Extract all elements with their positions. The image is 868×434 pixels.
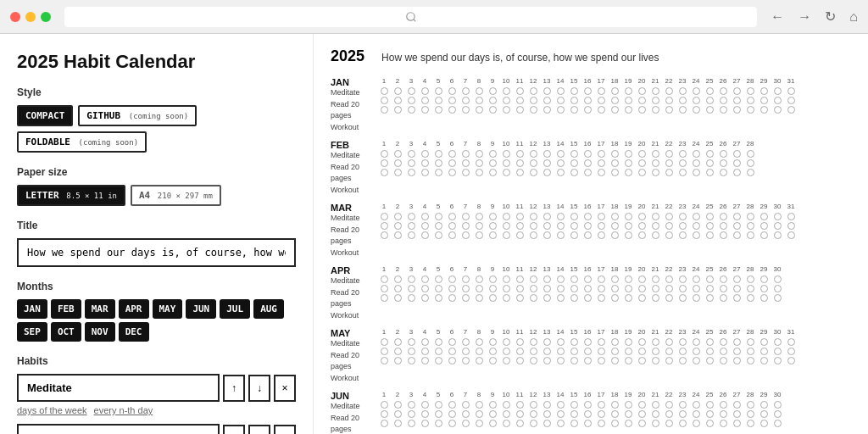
month-btn-feb[interactable]: FEB [51, 299, 81, 319]
circle [635, 284, 648, 292]
circle [459, 212, 472, 220]
habit-2-input[interactable] [17, 424, 220, 434]
minimize-button[interactable] [25, 12, 36, 22]
style-foldable-button[interactable]: FOLDABLE (coming soon) [17, 131, 147, 153]
circle [486, 221, 499, 230]
habit-1-nth-link[interactable]: every n-th day [94, 405, 153, 415]
circle [757, 356, 771, 364]
home-button[interactable]: ⌂ [849, 9, 858, 25]
title-input[interactable] [17, 238, 296, 267]
circle [648, 212, 662, 220]
circle [743, 86, 757, 95]
day-num: 7 [459, 265, 472, 273]
day-num: 8 [472, 77, 486, 85]
circle [648, 337, 662, 346]
day-num: 17 [594, 328, 608, 336]
circle [648, 347, 662, 355]
circle [377, 275, 391, 283]
day-num: 6 [445, 328, 459, 336]
forward-button[interactable]: → [798, 9, 811, 25]
circle [472, 96, 486, 104]
circle [635, 168, 648, 176]
month-btn-nov[interactable]: NOV [85, 322, 115, 342]
day-num: 24 [689, 77, 703, 85]
circle [716, 105, 730, 114]
day-num: 16 [581, 265, 594, 273]
style-compact-button[interactable]: COMPACT [17, 105, 73, 126]
circle [567, 337, 581, 346]
circle [703, 96, 716, 104]
circle [703, 212, 716, 220]
circle [472, 159, 486, 167]
circle [526, 409, 540, 418]
back-button[interactable]: ← [771, 9, 784, 25]
month-btn-aug[interactable]: AUG [253, 299, 284, 319]
circle [431, 159, 445, 167]
month-btn-oct[interactable]: OCT [51, 322, 81, 342]
circle [757, 86, 771, 95]
circle [540, 212, 554, 220]
habit-1-delete-button[interactable]: × [274, 375, 296, 402]
day-num: 17 [594, 265, 608, 273]
circle [771, 400, 784, 409]
day-num: 29 [757, 391, 771, 398]
month-btn-apr[interactable]: APR [119, 299, 149, 319]
habit-1-input[interactable] [17, 374, 220, 402]
day-num: 24 [689, 391, 703, 398]
circle [621, 168, 635, 176]
circle [621, 356, 635, 364]
day-num: 4 [418, 140, 431, 147]
maximize-button[interactable] [41, 12, 51, 22]
month-btn-jun[interactable]: JUN [186, 299, 216, 319]
month-btn-may[interactable]: MAY [153, 299, 183, 319]
circle [635, 419, 648, 427]
circle [703, 275, 716, 283]
circle [391, 159, 404, 167]
month-abbr: APR [331, 265, 377, 275]
style-github-button[interactable]: GITHUB (coming soon) [78, 105, 197, 126]
day-num: 22 [662, 265, 676, 273]
day-num: 12 [526, 328, 540, 336]
address-bar[interactable] [64, 7, 757, 27]
paper-a4-button[interactable]: A4 210 × 297 mm [131, 185, 221, 206]
circle [526, 419, 540, 427]
habit-2-delete-button[interactable]: × [274, 425, 296, 435]
habit-1-days-link[interactable]: days of the week [17, 405, 87, 415]
habit-1-up-button[interactable]: ↑ [223, 375, 245, 402]
habit-2-down-button[interactable]: ↓ [248, 425, 270, 435]
circle [445, 356, 459, 364]
circle [472, 212, 486, 220]
month-btn-mar[interactable]: MAR [85, 299, 115, 319]
habit-circles-row [377, 284, 851, 292]
circle [567, 347, 581, 355]
month-btn-sep[interactable]: SEP [17, 322, 47, 342]
circle [757, 231, 771, 239]
month-btn-dec[interactable]: DEC [119, 322, 149, 342]
circle [377, 168, 391, 176]
day-numbers-row: 1234567891011121314151617181920212223242… [377, 140, 851, 147]
month-btn-jul[interactable]: JUL [220, 299, 250, 319]
circle [743, 96, 757, 104]
circle [635, 347, 648, 355]
circle [418, 149, 431, 158]
close-button[interactable] [10, 12, 20, 22]
month-btn-jan[interactable]: JAN [17, 299, 47, 319]
circle [445, 400, 459, 409]
circle [499, 337, 513, 346]
circle [703, 159, 716, 167]
habit-2-up-button[interactable]: ↑ [223, 425, 245, 435]
circle [716, 149, 730, 158]
circle [431, 419, 445, 427]
day-num: 2 [391, 77, 404, 85]
habit-1-down-button[interactable]: ↓ [248, 375, 270, 402]
paper-letter-button[interactable]: LETTER 8.5 × 11 in [17, 185, 125, 206]
month-label-apr: APRMeditateRead 20 pagesWorkout [331, 265, 377, 321]
day-num: 25 [703, 203, 716, 210]
refresh-button[interactable]: ↻ [825, 8, 836, 25]
browser-chrome: ← → ↻ ⌂ [0, 0, 868, 34]
circle [757, 419, 771, 427]
circle [567, 149, 581, 158]
circle [594, 212, 608, 220]
circle [499, 409, 513, 418]
circle [567, 96, 581, 104]
